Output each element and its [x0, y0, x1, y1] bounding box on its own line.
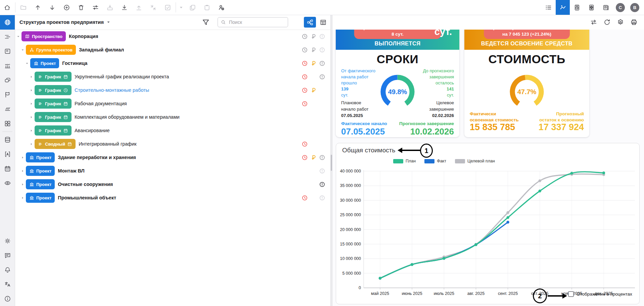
type-badge: График	[35, 72, 72, 82]
expander-caret-icon[interactable]	[20, 169, 25, 173]
home-button[interactable]	[0, 0, 14, 15]
tree-row-4[interactable]: График Строительно-монтажные работы	[15, 83, 330, 97]
list-button[interactable]	[541, 0, 556, 15]
user-gear-button[interactable]	[214, 0, 229, 15]
expander-caret-icon[interactable]	[29, 142, 34, 146]
warn-status-icon	[318, 154, 326, 161]
expander-caret-icon[interactable]	[16, 34, 20, 39]
expander-caret-icon[interactable]	[20, 48, 25, 52]
download-button[interactable]	[117, 0, 132, 15]
tree-row-12[interactable]: Проект Промышленный объект	[15, 191, 330, 204]
tree-row-3[interactable]: График Укрупненный график реализации про…	[15, 70, 330, 83]
type-badge: Проект	[26, 166, 55, 176]
tree-item-label: Гостиница	[62, 61, 87, 66]
sun-icon	[4, 237, 11, 244]
expander-caret-icon[interactable]	[29, 128, 34, 133]
rail-item-db[interactable]	[0, 132, 15, 147]
rail-item-bracket-a[interactable]	[0, 147, 15, 161]
row-status-icons	[300, 178, 326, 191]
search-box[interactable]	[218, 17, 288, 27]
percent-display-checkbox[interactable]	[568, 291, 574, 297]
trash-button[interactable]	[74, 0, 88, 15]
rail-item-chart-wave[interactable]	[0, 59, 15, 73]
avatar-b-button[interactable]: B	[628, 0, 642, 15]
tree-row-5[interactable]: График Рабочая документация	[15, 97, 330, 110]
swap-button[interactable]	[587, 15, 600, 30]
doc-clock-button[interactable]	[570, 0, 584, 15]
clock-status-icon	[300, 87, 309, 93]
expander-caret-icon[interactable]	[29, 75, 34, 79]
doc-globe-button[interactable]	[584, 0, 599, 15]
rail-item-bell[interactable]	[0, 263, 15, 277]
row-status-icons	[300, 56, 326, 70]
rail-item-calendar[interactable]	[0, 161, 15, 176]
filter-button[interactable]	[201, 18, 210, 27]
upload-button[interactable]	[132, 0, 146, 15]
gear-button[interactable]	[614, 15, 627, 30]
plus-circle-button[interactable]	[59, 0, 74, 15]
tree-row-2[interactable]: Проект Гостиница	[15, 56, 330, 70]
rail-item-eye[interactable]	[0, 176, 15, 190]
tree-view-toggle[interactable]	[304, 17, 316, 28]
tree-row-8[interactable]: Сводный Интегрированный график	[15, 137, 330, 151]
table-view-toggle[interactable]	[317, 17, 329, 28]
tree-row-11[interactable]: Проект Очистные сооружения	[15, 178, 330, 191]
refresh-icon	[603, 18, 611, 26]
rail-item-copies[interactable]	[0, 73, 15, 87]
doc-news-button[interactable]	[599, 0, 613, 15]
analytics-button[interactable]	[556, 0, 570, 15]
search-input[interactable]	[228, 19, 285, 25]
rail-item-globe[interactable]	[0, 15, 15, 30]
rail-item-flag[interactable]	[0, 87, 15, 102]
tree-row-6[interactable]: График Комплектация оборудованием и мате…	[15, 110, 330, 124]
rail-item-sun[interactable]	[0, 234, 15, 248]
rail-item-comment[interactable]	[0, 248, 15, 263]
y-tick-label: 40 000 000	[340, 169, 361, 174]
y-tick-label: 5 000 000	[342, 271, 361, 276]
y-tick-label: 25 000 000	[340, 213, 361, 217]
archive-in-button[interactable]	[103, 0, 117, 15]
arrow-up-button[interactable]	[31, 0, 45, 15]
rail-item-info[interactable]	[0, 292, 15, 306]
rail-item-hatch[interactable]	[0, 102, 15, 116]
paste-button[interactable]	[200, 0, 214, 15]
clock-status-icon	[300, 60, 309, 67]
annotation-2-arrow	[548, 295, 562, 297]
avatar-c-button[interactable]: C	[613, 0, 628, 15]
rail-item-gantt-lines[interactable]	[0, 30, 15, 44]
clock-status-icon	[300, 33, 309, 40]
folder-open-button[interactable]	[16, 0, 31, 15]
expander-caret-icon[interactable]	[29, 102, 34, 106]
tree-item-label: Здание переработки и хранения	[58, 155, 136, 160]
row-status-icons	[300, 164, 326, 178]
expander-caret-icon[interactable]	[29, 88, 34, 92]
x-tick-label: июль 2025	[434, 291, 454, 296]
copy-button[interactable]	[185, 0, 200, 15]
expander-caret-icon[interactable]	[20, 155, 25, 160]
deadlines-card: Прогноз отставания от начала на 8 сут. с…	[336, 30, 459, 137]
refresh-button[interactable]	[600, 15, 614, 30]
expander-caret-icon[interactable]	[29, 115, 34, 119]
rail-item-grid[interactable]	[0, 116, 15, 131]
tree-row-1[interactable]: Группа проектов Западный филиал	[15, 43, 330, 56]
data-point	[506, 211, 509, 214]
checkbox-button[interactable]	[160, 0, 175, 15]
tree-row-10[interactable]: Проект Монтаж ВЛ	[15, 164, 330, 178]
splitter-handle[interactable]	[331, 155, 332, 171]
rail-item-board[interactable]	[0, 44, 15, 59]
tree-title-dropdown[interactable]: Структура проектов предприятия	[19, 19, 110, 25]
tree-row-7[interactable]: График Авансирование	[15, 124, 330, 137]
arrow-down-button[interactable]	[45, 0, 59, 15]
printer-button[interactable]	[627, 15, 641, 30]
expander-caret-icon[interactable]	[20, 182, 25, 187]
tree-item-label: Интегрированный график	[79, 141, 137, 147]
tree-row-9[interactable]: Проект Здание переработки и хранения	[15, 151, 330, 164]
caret-down-button[interactable]	[177, 0, 185, 15]
collapse-button[interactable]	[146, 0, 160, 15]
expander-caret-icon[interactable]	[25, 61, 29, 66]
tree-row-0[interactable]: Пространство Корпорация	[15, 30, 330, 43]
folder-open-icon	[20, 4, 27, 11]
expander-caret-icon[interactable]	[20, 196, 25, 200]
sliders-button[interactable]	[88, 0, 103, 15]
rail-item-translate[interactable]	[0, 277, 15, 292]
